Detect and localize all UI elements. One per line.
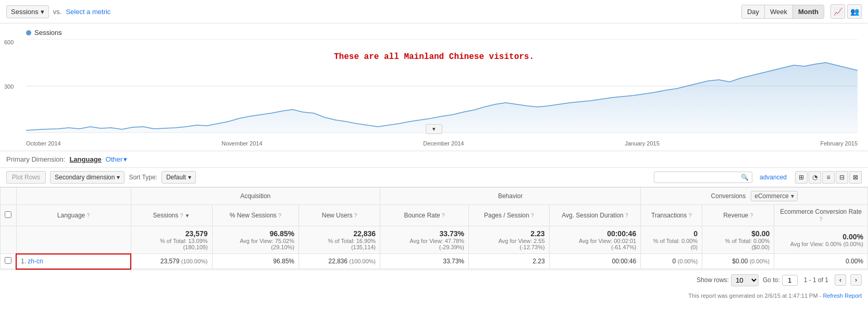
ecommerce-rate-col-header[interactable]: Ecommerce Conversion Rate ? <box>774 205 868 226</box>
summary-revenue-val: $0.00 <box>706 229 770 238</box>
ecommerce-rate-help-icon[interactable]: ? <box>820 216 823 222</box>
pct-new-sessions-help-icon[interactable]: ? <box>278 213 281 218</box>
revenue-help-icon[interactable]: ? <box>750 213 753 218</box>
day-button[interactable]: Day <box>742 5 765 18</box>
search-input[interactable] <box>658 174 741 181</box>
summary-sessions-sub: % of Total: 13.09% (180,109) <box>135 238 208 250</box>
goto-control: Go to: <box>763 275 798 286</box>
select-metric-link[interactable]: Select a metric <box>66 8 110 16</box>
next-page-button[interactable]: › <box>850 274 862 286</box>
sessions-sort-icon: ▼ <box>185 213 190 218</box>
rows-per-page-select[interactable]: 10 25 50 100 <box>731 274 759 286</box>
x-axis-labels: October 2014 November 2014 December 2014… <box>26 140 858 147</box>
summary-avg-session-val: 00:00:46 <box>554 229 637 238</box>
summary-new-users-cell: 22,836 % of Total: 16.90% (135,114) <box>299 226 380 254</box>
line-chart-icon[interactable]: 📈 <box>830 4 845 19</box>
ecommerce-rate-cell: 0.00% <box>774 254 868 269</box>
report-footer: This report was generated on 2/6/15 at 1… <box>0 290 868 301</box>
conversions-dropdown[interactable]: eCommerce ▾ <box>751 191 797 201</box>
month-button[interactable]: Month <box>793 5 824 18</box>
refresh-report-link[interactable]: Refresh Report <box>823 293 862 299</box>
pages-session-col-header[interactable]: Pages / Session ? <box>469 205 550 226</box>
x-label-jan: January 2015 <box>625 140 660 147</box>
scroll-indicator[interactable]: ▾ <box>426 124 442 134</box>
conversions-group-header: Conversions eCommerce ▾ <box>641 188 868 205</box>
other-dim-arrow-icon: ▾ <box>123 155 127 163</box>
x-label-feb: February 2015 <box>820 140 858 147</box>
transactions-pct: (0.00%) <box>678 258 698 264</box>
search-icon[interactable]: 🔍 <box>741 174 749 181</box>
bounce-rate-cell: 33.73% <box>380 254 469 269</box>
summary-pages-session-val: 2.23 <box>473 229 545 238</box>
summary-avg-session-sub: Avg for View: 00:02:01 (-61.47%) <box>554 238 637 250</box>
goto-input[interactable] <box>782 275 798 286</box>
checkbox-header <box>1 188 17 205</box>
sort-arrow-icon: ▾ <box>188 174 191 181</box>
search-box: 🔍 <box>654 172 752 183</box>
language-help-icon[interactable]: ? <box>87 213 90 218</box>
bounce-rate-help-icon[interactable]: ? <box>442 213 445 218</box>
transactions-help-icon[interactable]: ? <box>689 213 692 218</box>
prev-page-button[interactable]: ‹ <box>835 274 846 286</box>
new-users-col-header[interactable]: New Users ? <box>299 205 380 226</box>
report-text: This report was generated on 2/6/15 at 1… <box>688 293 823 299</box>
conversions-dropdown-arrow: ▾ <box>791 192 794 200</box>
metric-dropdown[interactable]: Sessions ▾ <box>6 5 49 18</box>
summary-avg-session-cell: 00:00:46 Avg for View: 00:02:01 (-61.47%… <box>549 226 641 254</box>
y-axis-labels: 600 300 <box>4 39 14 128</box>
summary-pct-new-sub: Avg for View: 75.02% (29.10%) <box>217 238 294 250</box>
sessions-help-icon[interactable]: ? <box>180 213 183 218</box>
summary-bounce-rate-cell: 33.73% Avg for View: 47.78% (-29.39%) <box>380 226 469 254</box>
other-dim-dropdown[interactable]: Other ▾ <box>106 155 128 163</box>
sessions-val: 23,579 <box>160 258 180 265</box>
table-controls: Plot Rows Secondary dimension ▾ Sort Typ… <box>0 168 868 187</box>
secondary-dimension-dropdown[interactable]: Secondary dimension ▾ <box>50 171 125 184</box>
table-view-icon[interactable]: ⊟ <box>836 171 848 184</box>
plot-rows-button[interactable]: Plot Rows <box>6 171 46 184</box>
transactions-col-header[interactable]: Transactions ? <box>641 205 702 226</box>
x-label-dec: December 2014 <box>423 140 464 147</box>
sort-type-label: Sort Type: <box>129 174 157 181</box>
row-checkbox-cell[interactable] <box>1 254 17 269</box>
summary-pages-session-sub: Avg for View: 2.55 (-12.73%) <box>473 238 545 250</box>
pages-session-help-icon[interactable]: ? <box>531 213 534 218</box>
sort-type-dropdown[interactable]: Default ▾ <box>162 171 196 184</box>
transactions-cell: 0 (0.00%) <box>641 254 702 269</box>
language-dim-link[interactable]: Language <box>69 155 101 163</box>
avg-session-help-icon[interactable]: ? <box>625 213 628 218</box>
new-users-cell: 22,836 (100.00%) <box>299 254 380 269</box>
summary-checkbox-cell <box>1 226 17 254</box>
new-users-pct: (100.00%) <box>349 258 376 264</box>
select-all-checkbox[interactable] <box>1 205 17 226</box>
avg-session-cell: 00:00:46 <box>549 254 641 269</box>
language-header-empty <box>16 188 131 205</box>
week-button[interactable]: Week <box>765 5 793 18</box>
summary-label-cell <box>16 226 131 254</box>
bounce-rate-col-header[interactable]: Bounce Rate ? <box>380 205 469 226</box>
pie-view-icon[interactable]: ◔ <box>809 171 821 184</box>
summary-transactions-sub: % of Total: 0.00% (0) <box>645 238 698 250</box>
scatter-chart-icon[interactable]: 👥 <box>847 4 862 19</box>
column-header-row: Language ? Sessions ? ▼ % New Sessions ?… <box>1 205 868 226</box>
behavior-group-header: Behavior <box>380 188 641 205</box>
conversions-label: Conversions <box>711 192 746 200</box>
language-link[interactable]: zh-cn <box>28 258 43 265</box>
advanced-link[interactable]: advanced <box>760 174 787 181</box>
revenue-col-header[interactable]: Revenue ? <box>702 205 774 226</box>
top-bar: Sessions ▾ vs. Select a metric Day Week … <box>0 0 868 23</box>
x-label-nov: November 2014 <box>221 140 262 147</box>
language-cell: 1. zh-cn <box>16 254 131 269</box>
table-row: 1. zh-cn 23,579 (100.00%) 96.85% 22,836 … <box>1 254 868 269</box>
sessions-col-header[interactable]: Sessions ? ▼ <box>131 205 212 226</box>
chart-legend: Sessions <box>26 29 858 37</box>
pivot-view-icon[interactable]: ⊠ <box>849 171 862 184</box>
pct-new-sessions-col-header[interactable]: % New Sessions ? <box>212 205 299 226</box>
summary-pct-new-cell: 96.85% Avg for View: 75.02% (29.10%) <box>212 226 299 254</box>
dropdown-arrow-icon: ▾ <box>41 8 44 16</box>
show-rows-label: Show rows: <box>697 276 729 284</box>
grid-view-icon[interactable]: ⊞ <box>795 171 808 184</box>
conversions-dropdown-label: eCommerce <box>754 192 788 200</box>
new-users-help-icon[interactable]: ? <box>354 213 357 218</box>
bar-view-icon[interactable]: ≡ <box>822 171 835 184</box>
avg-session-col-header[interactable]: Avg. Session Duration ? <box>549 205 641 226</box>
